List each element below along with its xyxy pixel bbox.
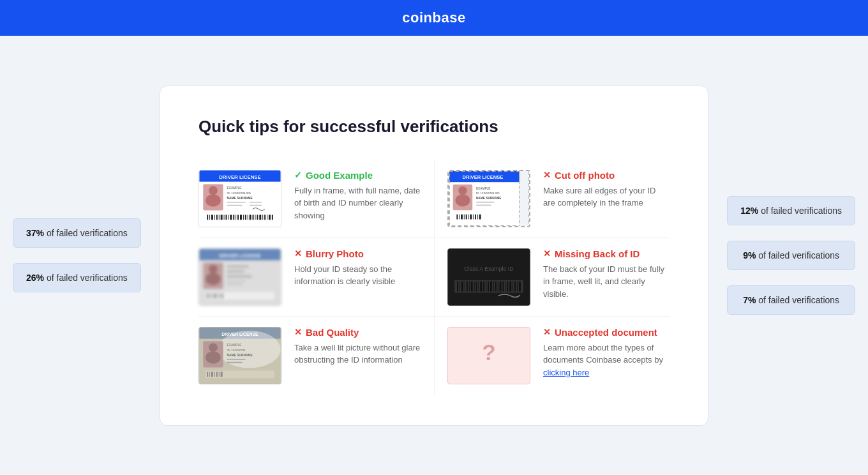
svg-rect-88: [457, 281, 458, 291]
tip-missing-back-label: ✕ Missing Back of ID: [543, 248, 670, 259]
svg-rect-92: [467, 281, 468, 291]
tip-good-example-label: ✓ Good Example: [294, 170, 421, 181]
svg-rect-61: [473, 214, 474, 219]
svg-rect-90: [461, 281, 463, 291]
svg-rect-125: [227, 358, 245, 359]
svg-point-121: [206, 351, 220, 364]
svg-rect-100: [486, 281, 486, 291]
svg-rect-132: [216, 372, 218, 377]
svg-rect-111: [513, 281, 513, 291]
svg-rect-30: [245, 215, 246, 220]
svg-rect-14: [207, 215, 208, 220]
svg-rect-128: [207, 372, 208, 377]
clicking-here-link[interactable]: clicking here: [543, 368, 589, 377]
id-card-missing-back: Class A Example ID: [447, 248, 530, 306]
svg-point-4: [209, 186, 218, 195]
svg-text:EXAMPLE: EXAMPLE: [227, 343, 242, 347]
svg-rect-33: [253, 215, 254, 220]
right-badge-1-percent: 12%: [740, 206, 758, 216]
svg-rect-31: [248, 215, 248, 220]
svg-rect-17: [214, 215, 215, 220]
svg-text:DRIVER LICENSE: DRIVER LICENSE: [219, 252, 261, 258]
tip-good-example-desc: Fully in frame, with full name, date of …: [294, 185, 421, 222]
svg-text:?: ?: [482, 339, 496, 364]
svg-rect-23: [228, 215, 228, 220]
svg-rect-41: [272, 215, 273, 220]
svg-rect-96: [475, 281, 477, 291]
svg-rect-9: [227, 201, 245, 202]
svg-rect-29: [243, 215, 244, 220]
svg-rect-104: [495, 281, 497, 291]
svg-point-120: [209, 343, 218, 352]
svg-rect-99: [483, 281, 484, 291]
svg-rect-109: [507, 281, 508, 291]
svg-rect-54: [456, 214, 458, 219]
page-title: Quick tips for successful verifications: [198, 117, 670, 137]
left-badge-1: 37% of failed verifications: [13, 218, 141, 248]
tip-blurry-desc: Hold your ID steady so the information i…: [294, 263, 421, 288]
svg-rect-18: [216, 215, 218, 220]
svg-rect-84: [221, 293, 223, 298]
header: coinbase: [0, 0, 868, 36]
tip-blurry-content: ✕ Blurry Photo Hold your ID steady so th…: [294, 248, 421, 288]
tips-grid: DRIVER LICENSE EXAMPLE ID: 123456789-005…: [198, 160, 670, 395]
svg-rect-133: [219, 372, 220, 377]
tip-unaccepted-desc-text: Learn more about the types of documents …: [543, 343, 663, 365]
svg-rect-16: [211, 215, 213, 220]
svg-text:NAME SURNAME: NAME SURNAME: [476, 196, 501, 199]
svg-rect-37: [262, 215, 263, 220]
svg-text:NAME SURNAME: NAME SURNAME: [227, 353, 253, 356]
svg-rect-105: [498, 281, 498, 291]
svg-rect-21: [224, 215, 225, 220]
right-badge-3-label: of failed verifications: [758, 295, 839, 305]
tip-cut-off-content: ✕ Cut off photo Make sure all edges of y…: [543, 170, 670, 209]
svg-rect-76: [227, 275, 251, 278]
svg-rect-94: [471, 281, 473, 291]
svg-rect-19: [219, 215, 220, 220]
right-badge-3-percent: 7%: [743, 295, 756, 305]
right-badge-1: 12% of failed verifications: [727, 196, 855, 225]
tip-cut-off-label: ✕ Cut off photo: [543, 170, 670, 181]
id-card-bad-quality: DRIVER LICENSE EXAMPLE ID: 123456789 NAM…: [198, 327, 281, 384]
svg-rect-114: [519, 281, 521, 291]
svg-rect-56: [461, 214, 463, 219]
page-body: 37% of failed verifications 26% of faile…: [0, 36, 868, 475]
left-badge-1-percent: 37%: [26, 228, 44, 238]
svg-rect-134: [221, 372, 223, 377]
coinbase-logo: coinbase: [402, 10, 465, 26]
x-icon-blurry: ✕: [294, 248, 302, 259]
svg-rect-22: [226, 215, 227, 220]
svg-rect-10: [227, 204, 242, 206]
tip-good-example-title: Good Example: [306, 170, 373, 181]
svg-rect-34: [255, 215, 255, 220]
id-card-unaccepted: ?: [447, 327, 530, 384]
svg-rect-95: [474, 281, 475, 291]
svg-rect-25: [233, 215, 234, 220]
id-card-cutoff: DRIVER LICENSE EXAMPLE ID: 123456789-005…: [447, 170, 530, 227]
tip-bad-quality-desc: Take a well lit picture without glare ob…: [294, 342, 421, 366]
svg-rect-20: [221, 215, 223, 220]
tip-unaccepted-title: Unaccepted document: [555, 327, 657, 338]
svg-text:ID: 123456789: ID: 123456789: [227, 349, 245, 352]
svg-rect-110: [509, 281, 511, 291]
tip-good-example-content: ✓ Good Example Fully in frame, with full…: [294, 170, 421, 222]
svg-rect-51: [476, 201, 495, 202]
svg-rect-40: [269, 215, 271, 220]
svg-rect-59: [468, 214, 469, 219]
svg-rect-78: [227, 283, 242, 285]
svg-rect-52: [476, 204, 491, 206]
tip-unaccepted-content: ✕ Unaccepted document Learn more about t…: [543, 327, 670, 379]
tip-bad-quality-title: Bad Quality: [306, 327, 359, 338]
svg-rect-28: [240, 215, 242, 220]
tip-bad-quality: DRIVER LICENSE EXAMPLE ID: 123456789 NAM…: [198, 317, 434, 395]
tip-missing-back: Class A Example ID: [434, 238, 670, 317]
svg-rect-38: [264, 215, 266, 220]
svg-point-46: [458, 186, 467, 194]
svg-rect-32: [250, 215, 251, 220]
svg-rect-74: [227, 265, 248, 268]
svg-rect-112: [514, 281, 516, 291]
right-badge-3: 7% of failed verifications: [727, 285, 855, 315]
svg-rect-77: [227, 280, 245, 282]
tip-cut-off-title: Cut off photo: [555, 170, 615, 181]
x-icon-cutoff: ✕: [543, 170, 551, 180]
